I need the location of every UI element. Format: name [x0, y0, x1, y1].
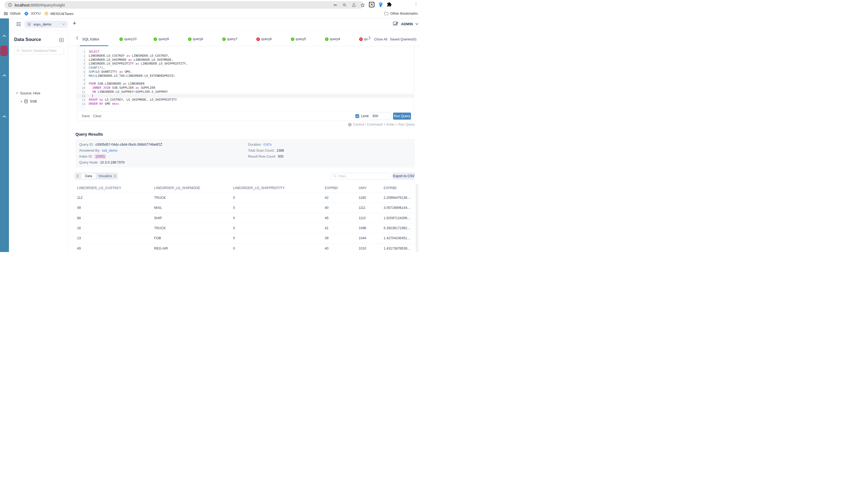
bookmark-star-icon[interactable] — [360, 3, 365, 7]
nav-rail-active-item[interactable] — [0, 46, 7, 56]
close-all-button[interactable]: Close All — [374, 37, 388, 41]
caret-down-icon[interactable] — [16, 92, 18, 94]
screen: localhost:8080/#/query/insight N ⋮ — [0, 0, 420, 252]
tabs-scroll-right-icon[interactable] — [369, 36, 371, 40]
tab-query6[interactable]: ✕query6 — [256, 37, 272, 41]
add-query-button[interactable]: + — [73, 20, 76, 27]
line-number: 7 — [77, 74, 85, 78]
table-row[interactable]: 112TRUCK04211852.20994475138… — [0, 193, 415, 203]
code-line-10[interactable]: 10 INNER JOIN SSB.SUPPLIER as SUPPLIER — [77, 86, 414, 90]
table-row[interactable]: 13FOB03910441.42704245451… — [0, 233, 415, 243]
tab-sql-editor[interactable]: SQL Editor — [82, 37, 99, 41]
extensions-puzzle-icon[interactable] — [387, 2, 392, 7]
table-cell: 1010 — [359, 247, 366, 250]
bookmark-github[interactable]: Github — [4, 12, 20, 16]
external-link-icon[interactable] — [159, 143, 162, 146]
tab-query8[interactable]: ✓query8 — [188, 37, 203, 41]
line-number: 2 — [77, 54, 85, 58]
address-bar[interactable]: localhost:8080/#/query/insight — [4, 1, 363, 9]
tab-query4[interactable]: ✓query4 — [325, 37, 340, 41]
share-icon[interactable] — [352, 3, 356, 7]
code-line-7[interactable]: 7MAX(LINEORDER.LO_TAX/LINEORDER.LO_EXTEN… — [77, 74, 414, 78]
tab-label: query6 — [261, 37, 272, 41]
table-cell: 1.92097124306… — [383, 216, 410, 220]
password-key-icon[interactable] — [334, 3, 338, 7]
table-row[interactable]: 88SHIP04511101.92097124306… — [0, 213, 415, 223]
limit-input[interactable] — [370, 112, 391, 120]
workspace-settings-icon[interactable] — [393, 21, 398, 26]
code-line-1[interactable]: 1SELECT — [77, 50, 414, 54]
datasource-search-input[interactable] — [21, 49, 61, 53]
code-line-13[interactable]: 13GROUP by LO_CUSTKEY, LO_SHIPMODE, LO_S… — [77, 98, 414, 102]
code-line-3[interactable]: 3LINEORDER.LO_SHIPMODE as LINEORDER_LO_S… — [77, 58, 414, 62]
url-text[interactable]: localhost:8080/#/query/insight — [15, 3, 65, 7]
run-query-button[interactable]: Run Query — [393, 112, 411, 120]
collapse-up-icon[interactable] — [2, 115, 6, 118]
notion-extension-icon[interactable]: N — [369, 2, 374, 7]
column-header-expr$3[interactable]: EXPR$3 — [325, 186, 338, 190]
admin-menu[interactable]: ADMIN — [401, 22, 413, 26]
code-line-4[interactable]: 4LINEORDER.LO_SHIPPRIOTITY as LINEORDER_… — [77, 62, 414, 66]
bookmark-meiou-taxes[interactable]: MEIOU&Taxes — [44, 12, 73, 16]
table-cell: 2.20994475138… — [383, 196, 410, 200]
table-row[interactable]: 49MAIL04011113.05716906144… — [0, 203, 415, 213]
browser-menu-icon[interactable]: ⋮ — [414, 3, 418, 4]
datasource-search[interactable] — [14, 47, 64, 54]
tab-query9[interactable]: ✓query9 — [154, 37, 169, 41]
bookmark-xxyu[interactable]: XXYU — [24, 12, 40, 16]
view-scroll-left-icon[interactable] — [77, 175, 79, 178]
tabs-scroll-left-icon[interactable] — [76, 36, 78, 40]
site-info-icon[interactable] — [8, 3, 12, 7]
table-row[interactable]: 16TRUCK04110965.39236171962… — [0, 223, 415, 233]
code-line-9[interactable]: 9FROM SSB.LINEORDER as LINEORDER — [77, 82, 414, 86]
results-filter[interactable] — [331, 173, 390, 180]
tab-data[interactable]: Data — [81, 173, 96, 179]
code-line-8[interactable]: 8 — [77, 78, 414, 82]
code-line-5[interactable]: 5COUNT(*), — [77, 66, 414, 70]
save-button[interactable]: Save — [82, 114, 90, 118]
code-line-2[interactable]: 2LINEORDER.LO_CUSTKEY as LINEORDER_LO_CU… — [77, 54, 414, 58]
table-cell: 39 — [325, 236, 328, 240]
success-icon: ✓ — [119, 37, 123, 41]
code-line-6[interactable]: 6SUM(LO_QUANTITY) as GMV, — [77, 70, 414, 74]
tree-node-ssb[interactable]: SSB — [21, 99, 37, 103]
tab-query7[interactable]: ✓query7 — [222, 37, 237, 41]
workspace-selector[interactable]: xxyu_demo — [24, 21, 68, 28]
duration-link[interactable]: 0.67s — [264, 143, 272, 146]
sql-editor[interactable]: 1SELECT2LINEORDER.LO_CUSTKEY as LINEORDE… — [77, 46, 414, 121]
code-line-14[interactable]: 14ORDER BY GMV desc — [77, 102, 414, 106]
caret-right-icon[interactable] — [21, 101, 22, 103]
export-csv-button[interactable]: Export to CSV — [393, 173, 415, 180]
results-filter-input[interactable] — [338, 175, 388, 178]
column-header-gmv[interactable]: GMV — [359, 186, 366, 190]
column-header-lineorder_lo_shippriotity[interactable]: LINEORDER_LO_SHIPPRIOTITY — [233, 186, 285, 190]
column-header-lineorder_lo_shipmode[interactable]: LINEORDER_LO_SHIPMODE — [154, 186, 200, 190]
view-scroll-right-icon[interactable] — [114, 175, 116, 178]
pin-extension-icon[interactable] — [378, 2, 383, 8]
add-datasource-icon[interactable] — [59, 38, 64, 42]
results-scrollbar[interactable] — [416, 184, 418, 252]
tree-node-source-hive[interactable]: Source: Hive — [16, 91, 40, 95]
other-bookmarks[interactable]: Other Bookmarks — [384, 12, 418, 16]
tab-visualization[interactable]: Visualiza — [98, 174, 112, 178]
column-header-expr$5[interactable]: EXPR$5 — [383, 186, 397, 190]
collapse-up-icon[interactable] — [2, 34, 6, 37]
collapse-up-icon[interactable] — [2, 74, 6, 77]
limit-checkbox[interactable] — [355, 114, 359, 118]
index-id-badge[interactable]: 10001 — [94, 154, 106, 159]
table-cell: 0 — [233, 206, 235, 210]
column-header-lineorder_lo_custkey[interactable]: LINEORDER_LO_CUSTKEY — [77, 186, 121, 190]
clear-button[interactable]: Clear — [93, 114, 102, 118]
tab-query5[interactable]: ✓query5 — [291, 37, 306, 41]
code-line-11[interactable]: 11 ON LINEORDER.LO_SUPPKEY=SUPPLIER.S_SU… — [77, 90, 414, 94]
tab-query10[interactable]: ✓query10 — [119, 37, 137, 41]
zoom-out-icon[interactable] — [343, 3, 347, 7]
tab-qu[interactable]: ✕qu — [359, 37, 369, 41]
app-topbar: xxyu_demo + ADMIN — [9, 18, 420, 30]
table-cell: MAIL — [154, 206, 162, 210]
menu-fold-icon[interactable] — [16, 22, 21, 26]
table-row[interactable]: 49REG AIR04010101.43173878539… — [0, 244, 415, 252]
answered-by-link[interactable]: ssb_demo — [102, 149, 118, 152]
saved-queries-button[interactable]: Saved Queries(0) — [390, 37, 416, 41]
code-line-12[interactable]: 12 — [77, 94, 414, 98]
